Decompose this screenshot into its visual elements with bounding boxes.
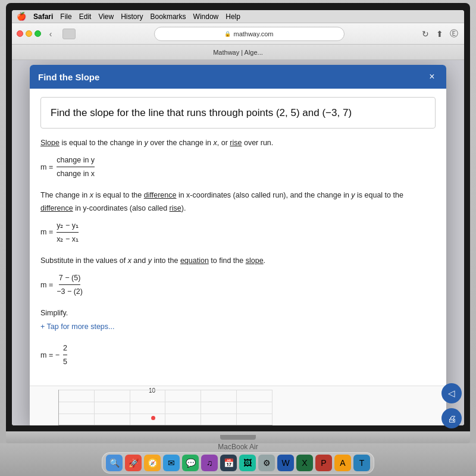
formula1-num: change in y: [57, 154, 95, 167]
screen-bezel: 🍎 Safari File Edit View History Bookmark…: [6, 3, 470, 431]
print-icon-button[interactable]: 🖨: [441, 408, 446, 425]
problem-text: Find the slope for the line that runs th…: [51, 107, 352, 118]
menu-file[interactable]: File: [60, 12, 71, 21]
dock-safari[interactable]: 🧭: [144, 455, 161, 471]
extensions-icon[interactable]: Ⓔ: [449, 29, 459, 39]
section-result: m = − 2 5: [40, 340, 436, 370]
dock-launchpad[interactable]: 🚀: [125, 455, 142, 471]
url-text: mathway.com: [233, 30, 273, 37]
close-button[interactable]: [17, 30, 23, 37]
formula3-num: 7 − (5): [59, 272, 80, 285]
grid-cell: [59, 402, 95, 414]
formula2-den: x₂ − x₁: [57, 233, 79, 245]
toolbar-right: ↻ ⬆ Ⓔ: [420, 29, 459, 39]
macbook-label: MacBook Air: [218, 443, 258, 451]
tap-more-steps[interactable]: Tap for more steps...: [40, 321, 436, 333]
grid-cell: [201, 402, 237, 414]
grid-cell: [165, 402, 201, 414]
formula2-num: y₂ − y₁: [57, 220, 79, 233]
modal-graph: 10: [30, 386, 446, 425]
modal-side-icons: ◁ 🖨: [441, 383, 446, 425]
substitute-text: Substitute in the values of x and y into…: [40, 255, 436, 267]
section-simplify: Simplify. Tap for more steps...: [40, 307, 436, 333]
slope-def-text: Slope is equal to the change in y over t…: [40, 137, 436, 149]
grid-cell: [201, 390, 237, 402]
share-toolbar-icon[interactable]: ⬆: [434, 29, 445, 39]
menu-history[interactable]: History: [121, 12, 143, 21]
dock-finder[interactable]: 🔍: [106, 455, 123, 471]
web-content: Find the Slope × Find the slope for the …: [12, 60, 464, 425]
dock-system-prefs[interactable]: ⚙: [258, 455, 275, 471]
m-eq-3: m =: [40, 279, 53, 291]
lock-icon: 🔒: [224, 31, 231, 37]
macbook-bottom-bar: [6, 431, 470, 443]
tab-title: Mathway | Alge...: [213, 49, 263, 56]
dock-area: MacBook Air 🔍 🚀 🧭 ✉ 💬 ♫ 📅 🖼 ⚙ W X P A T: [0, 443, 476, 476]
dock-music[interactable]: ♫: [201, 455, 218, 471]
dock-word[interactable]: W: [277, 455, 294, 471]
formula1-den: change in x: [57, 167, 95, 180]
formula3-den: −3 − (2): [57, 285, 83, 298]
section-slope-def: Slope is equal to the change in y over t…: [40, 137, 436, 182]
menu-safari[interactable]: Safari: [33, 12, 53, 21]
menu-bookmarks[interactable]: Bookmarks: [151, 12, 186, 21]
result-den: 5: [63, 355, 67, 368]
grid-cell: [59, 390, 95, 402]
tab-title-bar: Mathway | Alge...: [12, 45, 464, 60]
dock-calendar[interactable]: 📅: [220, 455, 237, 471]
reload-icon[interactable]: ↻: [420, 29, 431, 39]
m-eq-2: m =: [40, 226, 53, 238]
formula-values: 7 − (5) −3 − (2): [57, 272, 83, 298]
menu-edit[interactable]: Edit: [79, 12, 92, 21]
trackpad-notch: [220, 435, 256, 440]
slope-underline: Slope: [40, 139, 60, 147]
back-button[interactable]: ‹: [45, 28, 57, 40]
dock-app2[interactable]: T: [353, 455, 370, 471]
screen-content: 🍎 Safari File Edit View History Bookmark…: [12, 10, 464, 425]
tab-section: [62, 29, 76, 39]
share-icon-button[interactable]: ◁: [441, 383, 446, 403]
grid-cell: [237, 414, 273, 425]
modal-header: Find the Slope ×: [30, 65, 446, 89]
dock: 🔍 🚀 🧭 ✉ 💬 ♫ 📅 🖼 ⚙ W X P A T: [102, 452, 374, 474]
section-substitute: Substitute in the values of x and y into…: [40, 255, 436, 300]
grid-cell: [237, 402, 273, 414]
apple-logo: 🍎: [17, 12, 26, 21]
formula-symbolic: y₂ − y₁ x₂ − x₁: [57, 220, 79, 245]
formula-slope: change in y change in x: [57, 154, 95, 180]
modal-title: Find the Slope: [38, 72, 99, 82]
dock-app1[interactable]: A: [334, 455, 351, 471]
menu-bar: 🍎 Safari File Edit View History Bookmark…: [12, 10, 464, 23]
modal-overlay: Find the Slope × Find the slope for the …: [12, 60, 464, 425]
safari-toolbar: ‹ 🔒 mathway.com ↻ ⬆ Ⓔ: [12, 23, 464, 45]
grid-cell: [130, 414, 166, 425]
result-sign: m = −: [40, 349, 60, 361]
menu-view[interactable]: View: [98, 12, 114, 21]
modal: Find the Slope × Find the slope for the …: [30, 65, 446, 425]
dock-powerpoint[interactable]: P: [315, 455, 332, 471]
formula-result: 2 5: [63, 342, 67, 368]
dock-mail[interactable]: ✉: [163, 455, 180, 471]
modal-close-button[interactable]: ×: [426, 71, 438, 83]
grid-cell: [201, 414, 237, 425]
grid-cell: [95, 390, 130, 402]
change-exp-text: The change in x is equal to the differen…: [40, 189, 436, 215]
simplify-label: Simplify.: [40, 307, 436, 320]
minimize-button[interactable]: [26, 30, 32, 37]
menu-window[interactable]: Window: [193, 12, 219, 21]
dock-excel[interactable]: X: [296, 455, 313, 471]
grid-cell: [237, 390, 273, 402]
address-bar[interactable]: 🔒 mathway.com: [154, 27, 345, 41]
dock-photos[interactable]: 🖼: [239, 455, 256, 471]
grid-cell: [165, 390, 201, 402]
dock-messages[interactable]: 💬: [182, 455, 199, 471]
tab-icon[interactable]: [62, 29, 76, 39]
graph-grid: [58, 390, 273, 425]
fullscreen-button[interactable]: [35, 30, 41, 37]
macbook-frame: 🍎 Safari File Edit View History Bookmark…: [0, 0, 476, 476]
grid-cell: [165, 414, 201, 425]
result-num: 2: [63, 342, 67, 355]
slope-def-text2: is equal to the change in y over the cha…: [61, 139, 273, 147]
menu-help[interactable]: Help: [226, 12, 240, 21]
grid-cell: [95, 402, 130, 414]
